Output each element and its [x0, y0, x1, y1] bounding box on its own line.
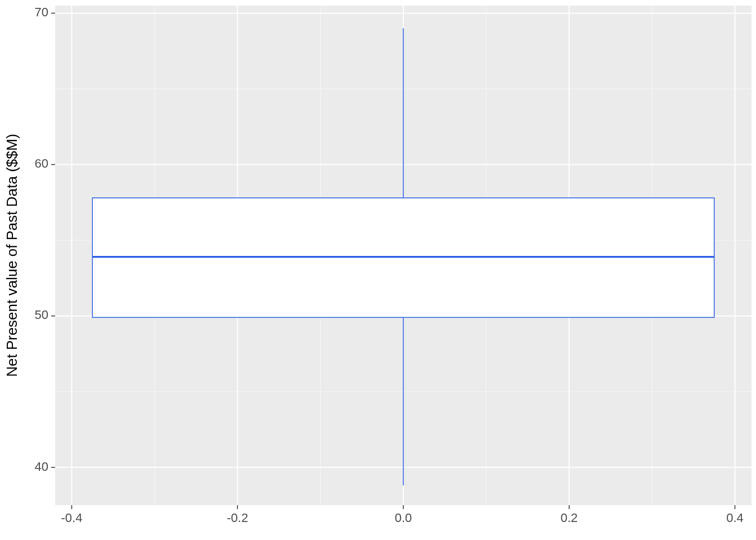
x-tick-label: -0.2: [227, 511, 248, 525]
plot-svg: 40506070-0.4-0.20.00.20.4Net Present val…: [0, 0, 756, 540]
boxplot-chart: 40506070-0.4-0.20.00.20.4Net Present val…: [0, 0, 756, 540]
y-axis-title: Net Present value of Past Data ($$M): [3, 134, 20, 377]
y-tick-label: 40: [35, 460, 48, 474]
y-tick-label: 60: [35, 156, 48, 170]
x-tick-label: 0.4: [726, 511, 744, 525]
y-tick-label: 50: [35, 308, 48, 322]
y-tick-label: 70: [35, 5, 48, 19]
x-tick-label: 0.2: [560, 511, 578, 525]
x-tick-label: 0.0: [395, 511, 412, 525]
x-tick-label: -0.4: [61, 511, 83, 525]
